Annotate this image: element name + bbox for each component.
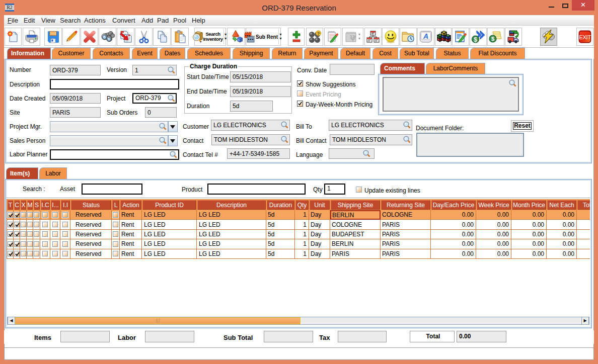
svg-text:?: ?	[317, 31, 320, 36]
svg-text:$: $	[491, 36, 494, 42]
svg-text:EXIT: EXIT	[579, 34, 591, 40]
svg-text:$: $	[474, 36, 477, 43]
svg-text:A: A	[423, 32, 428, 40]
